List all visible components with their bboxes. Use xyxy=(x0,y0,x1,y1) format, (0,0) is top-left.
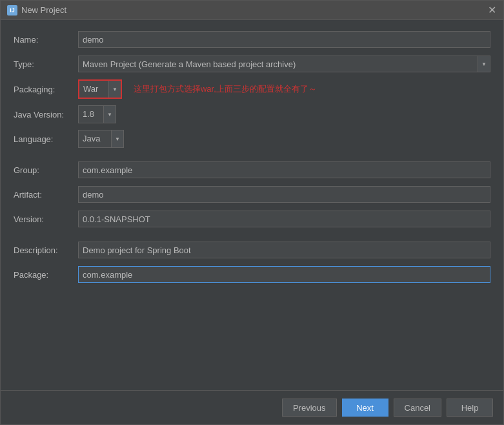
packaging-value: War xyxy=(79,81,108,98)
close-button[interactable]: ✕ xyxy=(487,5,497,16)
packaging-container: War ▼ 这里打包方式选择war,上面三步的配置就全有了～ xyxy=(78,79,317,99)
language-container: Java ▼ xyxy=(78,130,124,148)
java-version-value: 1.8 xyxy=(79,106,103,123)
language-row: Language: Java ▼ xyxy=(14,130,490,148)
name-input[interactable] xyxy=(78,31,490,48)
packaging-select-wrapper: War ▼ xyxy=(78,79,122,99)
description-input[interactable] xyxy=(78,242,490,258)
artifact-label: Artifact: xyxy=(14,190,78,200)
java-version-label: Java Version: xyxy=(14,110,78,119)
java-version-dropdown-arrow: ▼ xyxy=(107,112,112,118)
previous-button[interactable]: Previous xyxy=(282,399,337,417)
language-select-wrapper: Java ▼ xyxy=(78,130,124,148)
java-version-row: Java Version: 1.8 ▼ xyxy=(14,105,490,123)
help-button[interactable]: Help xyxy=(447,399,493,417)
package-input[interactable] xyxy=(78,266,490,283)
title-bar-left: IJ New Project xyxy=(7,5,66,16)
group-label: Group: xyxy=(14,165,78,175)
dialog: IJ New Project ✕ Name: Type: Maven Proje… xyxy=(0,0,504,425)
packaging-label: Packaging: xyxy=(14,85,78,94)
packaging-row: Packaging: War ▼ 这里打包方式选择war,上面三步的配置就全有了… xyxy=(14,79,490,99)
package-label: Package: xyxy=(14,270,78,280)
java-version-container: 1.8 ▼ xyxy=(78,105,116,123)
group-row: Group: xyxy=(14,161,490,179)
packaging-dropdown-arrow: ▼ xyxy=(112,87,117,92)
language-value: Java xyxy=(79,130,111,147)
cancel-button[interactable]: Cancel xyxy=(394,399,441,417)
dialog-title: New Project xyxy=(21,5,66,15)
language-dropdown-arrow: ▼ xyxy=(115,136,120,142)
description-row: Description: xyxy=(14,241,490,259)
type-row: Type: Maven Project (Generate a Maven ba… xyxy=(14,55,490,73)
type-dropdown-arrow: ▼ xyxy=(481,61,487,67)
artifact-input[interactable] xyxy=(78,186,490,203)
footer: Previous Next Cancel Help xyxy=(1,390,503,424)
next-button[interactable]: Next xyxy=(342,399,388,417)
name-row: Name: xyxy=(14,30,490,48)
package-row: Package: xyxy=(14,265,490,284)
packaging-dropdown-button[interactable]: ▼ xyxy=(108,81,121,98)
language-dropdown-button[interactable]: ▼ xyxy=(111,130,123,147)
artifact-row: Artifact: xyxy=(14,185,490,203)
java-version-select-wrapper: 1.8 ▼ xyxy=(78,105,116,123)
java-version-dropdown-button[interactable]: ▼ xyxy=(103,106,116,123)
type-container: Maven Project (Generate a Maven based pr… xyxy=(78,56,490,72)
title-bar: IJ New Project ✕ xyxy=(1,1,503,20)
version-label: Version: xyxy=(14,214,78,224)
language-label: Language: xyxy=(14,134,78,144)
description-label: Description: xyxy=(14,245,78,255)
version-row: Version: xyxy=(14,210,490,228)
type-label: Type: xyxy=(14,59,78,69)
form-content: Name: Type: Maven Project (Generate a Ma… xyxy=(1,20,503,390)
type-value: Maven Project (Generate a Maven based pr… xyxy=(78,56,478,72)
app-icon: IJ xyxy=(7,5,17,16)
packaging-annotation: 这里打包方式选择war,上面三步的配置就全有了～ xyxy=(134,83,317,95)
version-input[interactable] xyxy=(78,211,490,227)
type-dropdown-button[interactable]: ▼ xyxy=(478,56,490,72)
name-label: Name: xyxy=(14,35,78,45)
group-input[interactable] xyxy=(78,161,490,178)
